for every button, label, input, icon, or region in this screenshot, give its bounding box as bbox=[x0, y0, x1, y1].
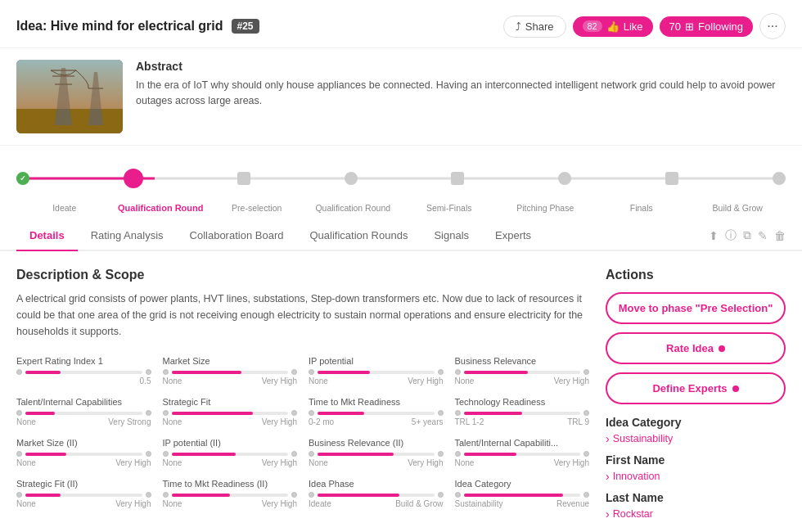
metric-dot-end bbox=[583, 410, 589, 416]
metric-dot-start bbox=[163, 451, 169, 457]
idea-category-title: Idea Category bbox=[606, 416, 786, 429]
metric-dot-start bbox=[163, 369, 169, 375]
tab-collaboration-board[interactable]: Collaboration Board bbox=[177, 221, 297, 251]
page-title: Idea: Hive mind for electrical grid bbox=[16, 19, 223, 34]
metric-dot-start bbox=[455, 369, 461, 375]
rate-dot bbox=[719, 345, 725, 352]
metric-item: Market Size (II) None Very High bbox=[16, 438, 151, 467]
description-title: Description & Scope bbox=[16, 268, 589, 282]
svg-rect-8 bbox=[16, 60, 123, 109]
metric-dot-end bbox=[291, 369, 297, 375]
step-buildgrow[interactable] bbox=[773, 172, 786, 185]
abstract-title: Abstract bbox=[136, 60, 786, 73]
abstract-section: Abstract In the era of IoT why should on… bbox=[0, 48, 802, 146]
metric-item: Business Relevance None Very High bbox=[455, 356, 590, 385]
metrics-grid: Expert Rating Index 1 0.5 Market Size bbox=[16, 356, 589, 508]
metric-dot-end bbox=[146, 492, 151, 498]
metric-dot-start bbox=[309, 492, 314, 498]
metric-dot-end bbox=[146, 410, 151, 416]
metric-item: Expert Rating Index 1 0.5 bbox=[16, 356, 151, 385]
share-button[interactable]: ⤴ Share bbox=[503, 16, 566, 38]
step-qualification-round[interactable] bbox=[124, 169, 143, 188]
metric-item: Market Size None Very High bbox=[163, 356, 298, 385]
info-icon[interactable]: ⓘ bbox=[725, 228, 737, 243]
tabs-section: Details Rating Analysis Collaboration Bo… bbox=[0, 221, 802, 251]
metric-dot-end bbox=[291, 451, 297, 457]
first-name-title: First Name bbox=[606, 453, 786, 467]
step-semifinals[interactable] bbox=[451, 172, 464, 185]
edit-icon[interactable]: ✎ bbox=[758, 229, 768, 242]
step-ideate[interactable] bbox=[16, 172, 29, 185]
progress-section: Ideate Qualification Round Pre-selection… bbox=[0, 146, 802, 221]
step-label-ideate: Ideate bbox=[16, 203, 113, 213]
metric-item: Idea Category Sustainability Revenue bbox=[455, 479, 590, 508]
step-label-semifinals: Semi-Finals bbox=[401, 203, 498, 213]
tab-details[interactable]: Details bbox=[16, 221, 78, 251]
metric-dot-start bbox=[455, 451, 461, 457]
metric-dot-end bbox=[438, 451, 444, 457]
metric-dot-end bbox=[146, 369, 151, 375]
metric-dot-end bbox=[583, 451, 589, 457]
step-finals[interactable] bbox=[665, 172, 678, 185]
metric-item: Strategic Fit (II) None Very High bbox=[16, 479, 151, 508]
abstract-image bbox=[16, 60, 123, 133]
define-experts-button[interactable]: Define Experts bbox=[606, 372, 786, 404]
last-name-value: Rockstar bbox=[606, 507, 786, 521]
copy-icon[interactable]: ⧉ bbox=[743, 228, 751, 242]
metric-dot-start bbox=[455, 492, 461, 498]
description-text: A electrical grid consists of power plan… bbox=[16, 291, 589, 340]
step-pitching[interactable] bbox=[558, 172, 571, 185]
following-count: 70 bbox=[669, 20, 681, 33]
actions-title: Actions bbox=[606, 268, 786, 282]
metric-item: Talent/Internal Capabilities None Very S… bbox=[16, 397, 151, 426]
delete-icon[interactable]: 🗑 bbox=[774, 229, 786, 242]
metric-item: Time to Mkt Readiness 0-2 mo 5+ years bbox=[309, 397, 444, 426]
like-count: 82 bbox=[583, 20, 602, 32]
tab-experts[interactable]: Experts bbox=[482, 221, 544, 251]
metric-dot-end bbox=[146, 451, 151, 457]
metric-dot-start bbox=[309, 410, 314, 416]
metric-dot-start bbox=[16, 451, 22, 457]
metric-dot-start bbox=[16, 492, 22, 498]
metric-item: Business Relevance (II) None Very High bbox=[309, 438, 444, 467]
first-name-value: Innovation bbox=[606, 470, 786, 483]
metric-item: Technology Readiness TRL 1-2 TRL 9 bbox=[455, 397, 590, 426]
share-icon: ⤴ bbox=[516, 20, 521, 33]
like-button[interactable]: 82 👍 Like bbox=[573, 16, 653, 37]
page-header: Idea: Hive mind for electrical grid #25 … bbox=[0, 0, 802, 48]
step-qualification-round-2[interactable] bbox=[345, 172, 358, 185]
tab-signals[interactable]: Signals bbox=[421, 221, 482, 251]
metric-dot-start bbox=[16, 410, 22, 416]
main-content: Description & Scope A electrical grid co… bbox=[0, 251, 802, 532]
metric-dot-end bbox=[583, 369, 589, 375]
move-phase-button[interactable]: Move to phase "Pre Selection" bbox=[606, 292, 786, 324]
metric-item: Idea Phase Ideate Build & Grow bbox=[309, 479, 444, 508]
following-icon: ⊞ bbox=[685, 20, 694, 33]
following-button[interactable]: 70 ⊞ Following bbox=[660, 16, 753, 37]
step-preselection[interactable] bbox=[237, 172, 250, 185]
step-label-preselection: Pre-selection bbox=[209, 203, 305, 213]
idea-category-value: Sustainability bbox=[606, 432, 786, 445]
metric-dot-start bbox=[309, 369, 314, 375]
more-button[interactable]: ··· bbox=[759, 13, 786, 39]
upload-icon[interactable]: ⬆ bbox=[709, 229, 719, 242]
tab-rating-analysis[interactable]: Rating Analysis bbox=[78, 221, 177, 251]
metric-dot-start bbox=[163, 492, 169, 498]
tab-qualification-rounds[interactable]: Qualification Rounds bbox=[296, 221, 421, 251]
metric-dot-start bbox=[16, 369, 22, 375]
metric-item: Strategic Fit None Very High bbox=[163, 397, 298, 426]
content-right: Actions Move to phase "Pre Selection" Ra… bbox=[606, 268, 786, 522]
metric-dot-start bbox=[163, 410, 169, 416]
last-name-title: Last Name bbox=[606, 491, 786, 504]
rate-idea-button[interactable]: Rate Idea bbox=[606, 332, 786, 364]
metric-dot-start bbox=[309, 451, 314, 457]
step-label-buildgrow: Build & Grow bbox=[690, 203, 786, 213]
step-label-qualification: Qualification Round bbox=[113, 203, 210, 213]
metric-dot-end bbox=[291, 492, 297, 498]
content-left: Description & Scope A electrical grid co… bbox=[16, 268, 589, 522]
abstract-text: In the era of IoT why should only house … bbox=[136, 78, 786, 109]
metric-item: Talent/Internal Capabiliti... None Very … bbox=[455, 438, 590, 467]
metric-item: Time to Mkt Readiness (II) None Very Hig… bbox=[163, 479, 298, 508]
experts-dot bbox=[732, 385, 739, 392]
idea-badge: #25 bbox=[232, 19, 259, 34]
